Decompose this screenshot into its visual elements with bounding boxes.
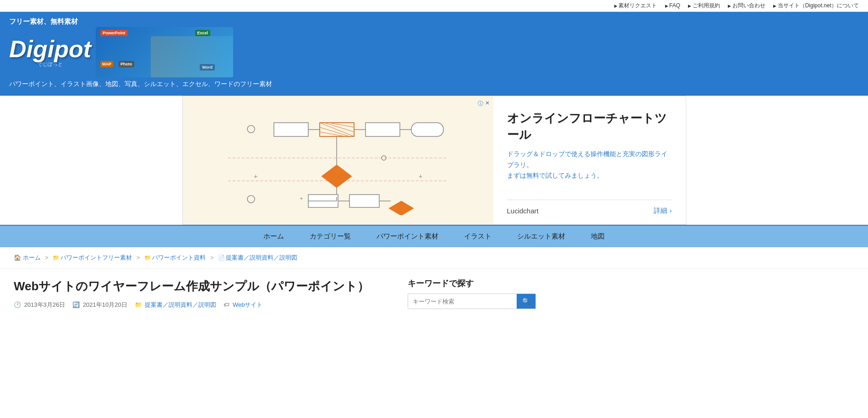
breadcrumb-item2[interactable]: パワーポイント資料	[152, 254, 206, 261]
close-icon[interactable]: ✕	[485, 100, 490, 108]
topbar-link-request[interactable]: 素材リクエスト	[614, 2, 657, 9]
svg-text:+: +	[253, 173, 257, 180]
refresh-icon: 🔄	[72, 301, 80, 308]
ad-brand: Lucidchart	[507, 207, 539, 215]
breadcrumb-item1[interactable]: パワーポイントフリー素材	[60, 254, 132, 261]
site-logo[interactable]: Digipot	[9, 37, 91, 61]
site-header: フリー素材、無料素材 Digipot でじぽっと PowerPoint Exce…	[0, 12, 868, 96]
banner-illustration: PowerPoint Excel Word MAP Photo	[96, 27, 233, 77]
breadcrumb-folder1-icon	[53, 254, 60, 261]
breadcrumb: 🏠 ホーム > パワーポイントフリー素材 > パワーポイント資料 > 📄提案書／…	[0, 247, 868, 269]
svg-text:+: +	[300, 195, 303, 202]
breadcrumb-file-icon: 📄	[218, 255, 225, 261]
nav-category[interactable]: カテゴリー覧	[297, 226, 364, 247]
nav-illust[interactable]: イラスト	[451, 226, 504, 247]
ad-info-icons: ⓘ ✕	[478, 100, 490, 108]
main-content-area: Webサイトのワイヤーフレーム作成サンプル（パワーポイント） 🕐 2013年3月…	[0, 269, 550, 318]
breadcrumb-sep-1: >	[45, 254, 49, 261]
top-bar: 素材リクエスト FAQ ご利用規約 お問い合わせ 当サイト（Digipot.ne…	[0, 0, 868, 12]
tag-link[interactable]: Webサイト	[233, 301, 263, 308]
svg-rect-29	[349, 195, 379, 207]
nav-silhouette[interactable]: シルエット素材	[504, 226, 578, 247]
breadcrumb-sep-3: >	[210, 254, 214, 261]
nav-powerpoint[interactable]: パワーポイント素材	[364, 226, 451, 247]
search-box: 🔍	[408, 293, 536, 309]
clock-icon: 🕐	[14, 301, 21, 308]
svg-rect-4	[274, 123, 308, 136]
logo-tagline: フリー素材、無料素材	[9, 17, 272, 26]
header-subtitle: パワーポイント、イラスト画像、地図、写真、シルエット、エクセル、ワードのフリー素…	[9, 80, 272, 88]
advertisement-banner: ⓘ ✕	[0, 96, 868, 226]
ad-description: ドラッグ＆ドロップで使える操作機能と充実の図形ライブラリ。まずは無料で試してみま…	[507, 149, 672, 181]
topbar-link-faq[interactable]: FAQ	[665, 2, 681, 9]
category-meta: 📁 提案書／説明資料／説明図	[135, 301, 217, 309]
nav-map[interactable]: 地図	[578, 226, 617, 247]
svg-rect-14	[366, 123, 400, 136]
topbar-link-contact[interactable]: お問い合わせ	[728, 2, 765, 9]
info-icon[interactable]: ⓘ	[478, 100, 483, 108]
sidebar-search-title: キーワードで探す	[408, 278, 536, 289]
svg-text:+: +	[418, 173, 422, 180]
search-button[interactable]: 🔍	[517, 294, 535, 309]
ad-title: オンラインフローチャートツール	[507, 110, 672, 143]
breadcrumb-folder2-icon	[144, 254, 152, 261]
tag-icon: 🏷	[224, 301, 229, 308]
ad-detail-link[interactable]: 詳細 ›	[654, 206, 671, 215]
svg-rect-15	[411, 123, 443, 136]
article-content: Webサイトのワイヤーフレーム作成サンプル（パワーポイント） 🕐 2013年3月…	[14, 278, 394, 309]
search-input[interactable]	[408, 294, 517, 309]
topbar-link-terms[interactable]: ご利用規約	[688, 2, 720, 9]
category-link[interactable]: 提案書／説明資料／説明図	[145, 301, 216, 308]
topbar-link-about[interactable]: 当サイト（Digipot.net）について	[773, 2, 859, 9]
breadcrumb-sep-2: >	[136, 254, 140, 261]
logo-area: フリー素材、無料素材 Digipot でじぽっと PowerPoint Exce…	[9, 17, 272, 88]
tag-meta: 🏷 Webサイト	[224, 301, 262, 309]
ad-flowchart-preview: ⓘ ✕	[183, 96, 493, 224]
main-navigation: ホーム カテゴリー覧 パワーポイント素材 イラスト シルエット素材 地図	[0, 226, 868, 247]
breadcrumb-home[interactable]: ホーム	[23, 254, 41, 261]
home-icon: 🏠	[14, 254, 21, 261]
breadcrumb-item3[interactable]: 提案書／説明資料／説明図	[226, 254, 297, 261]
published-date: 🕐 2013年3月26日	[14, 301, 65, 309]
folder-meta-icon: 📁	[135, 301, 142, 308]
ad-right-panel: オンラインフローチャートツール ドラッグ＆ドロップで使える操作機能と充実の図形ラ…	[493, 96, 686, 224]
page-title: Webサイトのワイヤーフレーム作成サンプル（パワーポイント）	[14, 278, 394, 294]
nav-home[interactable]: ホーム	[251, 226, 297, 247]
sidebar: キーワードで探す 🔍	[408, 278, 536, 309]
flowchart-svg: + + +	[192, 105, 484, 215]
article-meta: 🕐 2013年3月26日 🔄 2021年10月20日 📁 提案書／説明資料／説明…	[14, 301, 394, 309]
updated-date: 🔄 2021年10月20日	[72, 301, 127, 309]
